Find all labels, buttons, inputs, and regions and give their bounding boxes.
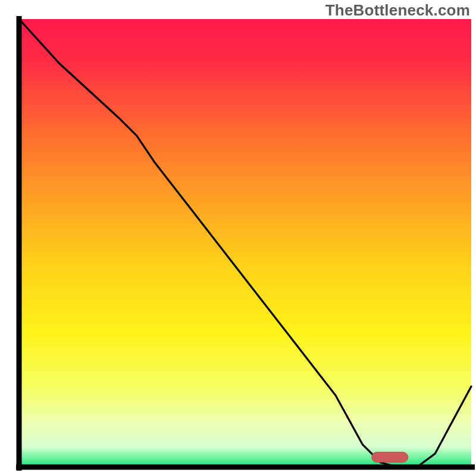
plot-background bbox=[19, 19, 471, 467]
chart-svg bbox=[0, 0, 476, 476]
optimal-range-marker bbox=[372, 452, 408, 462]
bottleneck-chart: TheBottleneck.com bbox=[0, 0, 476, 476]
watermark-text: TheBottleneck.com bbox=[325, 1, 470, 20]
